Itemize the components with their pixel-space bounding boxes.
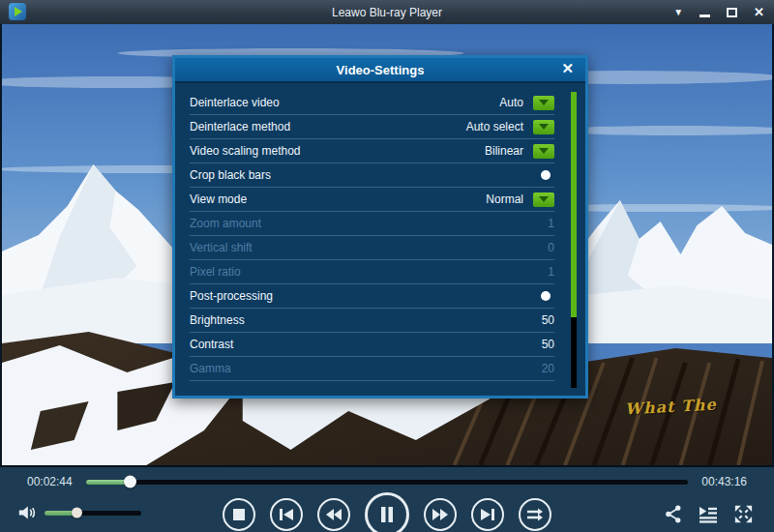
row-value: Auto	[499, 96, 523, 109]
row-video-scaling-method: Video scaling method Bilinear	[190, 139, 554, 163]
seek-bar[interactable]	[86, 480, 689, 485]
row-contrast[interactable]: Contrast 50	[190, 333, 554, 357]
previous-button[interactable]	[270, 498, 303, 531]
stop-icon	[232, 508, 246, 521]
row-value: 50	[542, 313, 554, 327]
pause-button[interactable]	[365, 492, 409, 532]
dialog-scrollbar[interactable]	[571, 92, 577, 388]
rewind-button[interactable]	[317, 498, 350, 531]
row-label: Post-processing	[190, 289, 541, 303]
dropdown-button[interactable]	[533, 96, 554, 110]
row-zoom-amount: Zoom amount 1	[190, 212, 554, 236]
row-value: 50	[542, 338, 554, 351]
play-order-icon	[526, 508, 544, 521]
fullscreen-icon[interactable]	[734, 505, 753, 523]
total-time: 00:43:16	[701, 475, 747, 488]
row-pixel-ratio: Pixel ratio 1	[190, 260, 554, 284]
dropdown-button[interactable]	[533, 192, 554, 207]
chevron-down-icon	[539, 148, 549, 154]
volume-slider[interactable]	[45, 511, 141, 516]
row-label: Contrast	[190, 338, 542, 351]
row-value: 20	[542, 362, 554, 375]
fast-forward-icon	[432, 508, 449, 521]
row-view-mode: View mode Normal	[190, 188, 554, 212]
volume-icon[interactable]	[17, 504, 37, 521]
row-label: Brightness	[190, 313, 542, 327]
scrollbar-thumb[interactable]	[571, 92, 577, 317]
dropdown-button[interactable]	[533, 120, 554, 134]
row-label: Deinterlace method	[190, 120, 466, 133]
row-label: Gamma	[190, 362, 542, 375]
skip-back-icon	[279, 508, 294, 521]
volume-thumb[interactable]	[72, 508, 82, 518]
row-deinterlace-video: Deinterlace video Auto	[190, 91, 554, 115]
dialog-close-icon[interactable]: ✕	[561, 60, 574, 77]
minimize-icon[interactable]	[700, 15, 710, 17]
row-value: 1	[548, 265, 554, 279]
dialog-header: Video-Settings ✕	[175, 58, 585, 83]
row-value: Auto select	[466, 120, 523, 133]
seek-thumb[interactable]	[124, 476, 136, 488]
app-logo-icon	[9, 3, 26, 20]
chevron-down-icon	[539, 124, 549, 130]
dialog-body: Deinterlace video Auto Deinterlace metho…	[175, 85, 585, 388]
dropdown-button[interactable]	[533, 144, 554, 159]
fast-forward-button[interactable]	[424, 498, 457, 531]
row-value: 0	[548, 241, 554, 254]
menu-chevron-icon[interactable]: ▼	[673, 0, 683, 24]
row-label: Pixel ratio	[190, 265, 548, 279]
row-gamma: Gamma 20	[190, 357, 554, 381]
playlist-icon[interactable]	[699, 506, 718, 523]
toggle-indicator[interactable]	[541, 291, 551, 301]
window-title: Leawo Blu-ray Player	[0, 6, 774, 19]
row-value: Bilinear	[485, 144, 523, 158]
close-icon[interactable]: ✕	[754, 0, 764, 24]
row-post-processing: Post-processing	[190, 284, 554, 309]
titlebar[interactable]: Leawo Blu-ray Player ▼ ✕	[0, 0, 774, 24]
seek-fill	[86, 480, 130, 485]
control-bar: 00:02:44 00:43:16	[0, 465, 774, 532]
toggle-indicator[interactable]	[541, 170, 551, 180]
row-label: Video scaling method	[190, 144, 485, 158]
play-order-button[interactable]	[519, 498, 551, 531]
video-settings-dialog: Video-Settings ✕ Deinterlace video Auto …	[172, 55, 588, 399]
row-label: Deinterlace video	[190, 96, 499, 109]
rewind-icon	[325, 508, 342, 521]
row-value: Normal	[486, 192, 523, 206]
stop-button[interactable]	[223, 498, 255, 531]
dialog-title: Video-Settings	[337, 63, 425, 77]
next-button[interactable]	[471, 498, 504, 531]
row-vertical-shift: Vertical shift 0	[190, 236, 554, 260]
chevron-down-icon	[539, 196, 549, 202]
row-label: View mode	[190, 192, 486, 206]
maximize-icon[interactable]	[727, 8, 737, 17]
row-value: 1	[548, 217, 554, 230]
row-deinterlace-method: Deinterlace method Auto select	[190, 115, 554, 139]
skip-forward-icon	[480, 508, 495, 521]
row-label: Zoom amount	[190, 217, 548, 230]
row-crop-black-bars: Crop black bars	[190, 163, 554, 188]
row-brightness[interactable]: Brightness 50	[190, 309, 554, 333]
chevron-down-icon	[539, 100, 549, 105]
row-label: Vertical shift	[190, 241, 548, 254]
elapsed-time: 00:02:44	[27, 475, 73, 488]
share-icon[interactable]	[665, 505, 682, 523]
row-label: Crop black bars	[190, 168, 541, 182]
app-window: Leawo Blu-ray Player ▼ ✕	[0, 0, 774, 532]
volume-fill	[45, 511, 76, 516]
pause-icon	[379, 506, 395, 523]
